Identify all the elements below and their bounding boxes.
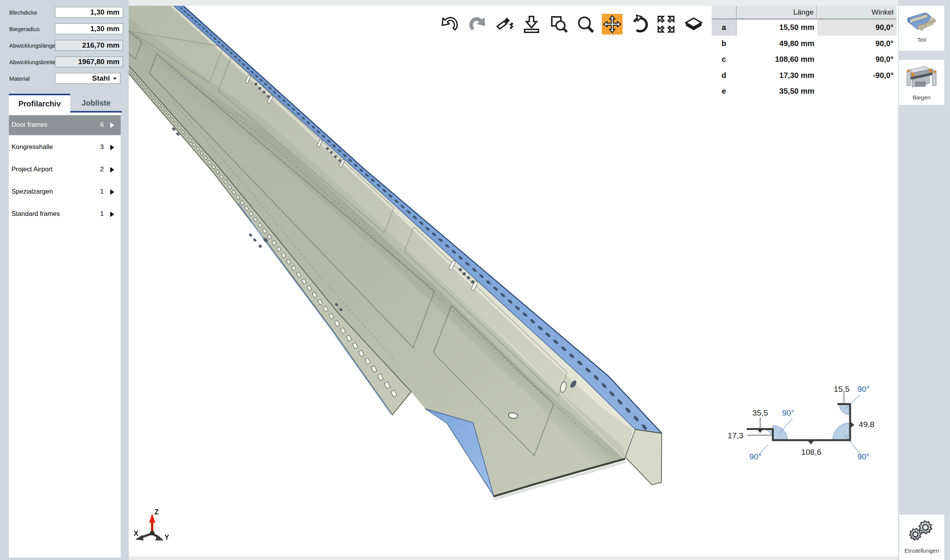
svg-text:90°: 90° [782,408,794,417]
svg-text:90°: 90° [857,384,870,393]
svg-text:35,5: 35,5 [752,408,768,417]
svg-text:90°: 90° [749,452,762,461]
svg-text:X: X [134,530,138,537]
svg-text:90°: 90° [857,452,870,461]
svg-text:Y: Y [164,533,169,541]
svg-text:108,6: 108,6 [801,447,822,456]
svg-text:17,3: 17,3 [728,431,744,440]
svg-text:Z: Z [154,509,159,516]
svg-text:49,8: 49,8 [859,420,875,429]
svg-text:15,5: 15,5 [834,384,850,393]
